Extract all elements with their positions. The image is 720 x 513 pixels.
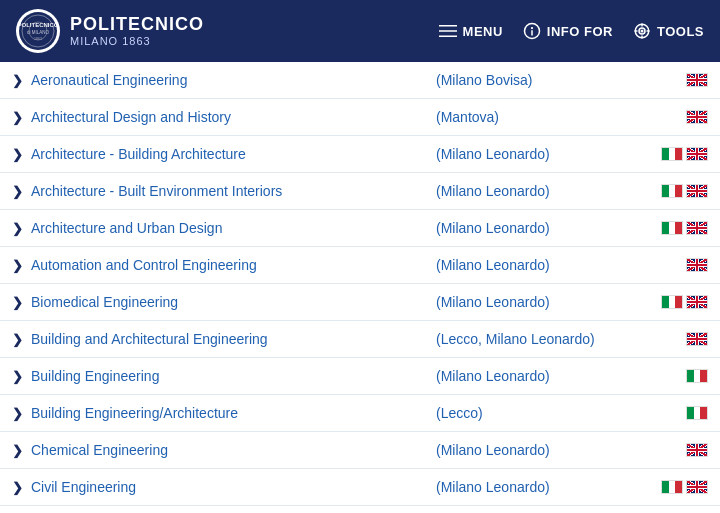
course-flags — [656, 295, 708, 309]
course-location: (Milano Leonardo) — [436, 183, 656, 199]
svg-text:POLITECNICO: POLITECNICO — [18, 22, 58, 28]
course-flags — [656, 73, 708, 87]
table-row[interactable]: ❯Automation and Control Engineering(Mila… — [0, 247, 720, 284]
italian-flag-icon — [686, 369, 708, 383]
uk-flag-icon — [686, 258, 708, 272]
uk-flag-icon — [686, 443, 708, 457]
course-name: Architecture - Building Architecture — [31, 146, 436, 162]
svg-point-10 — [531, 27, 533, 29]
course-flags — [656, 184, 708, 198]
course-name: Aeronautical Engineering — [31, 72, 436, 88]
svg-rect-15 — [634, 30, 637, 32]
svg-rect-8 — [439, 36, 457, 38]
course-flags — [656, 406, 708, 420]
table-row[interactable]: ❯Aeronautical Engineering(Milano Bovisa) — [0, 62, 720, 99]
course-location: (Milano Leonardo) — [436, 294, 656, 310]
course-name: Building Engineering/Architecture — [31, 405, 436, 421]
header: POLITECNICO di MILANO 1863 POLITECNICO M… — [0, 0, 720, 62]
table-row[interactable]: ❯Architecture - Built Environment Interi… — [0, 173, 720, 210]
course-location: (Milano Leonardo) — [436, 368, 656, 384]
chevron-right-icon: ❯ — [12, 480, 23, 495]
table-row[interactable]: ❯Building Engineering/Architecture(Lecco… — [0, 395, 720, 432]
course-location: (Milano Bovisa) — [436, 72, 656, 88]
logo-emblem: POLITECNICO di MILANO 1863 — [16, 9, 60, 53]
table-row[interactable]: ❯Building and Architectural Engineering(… — [0, 321, 720, 358]
info-nav-item[interactable]: INFO FOR — [523, 22, 613, 40]
tools-label: TOOLS — [657, 24, 704, 39]
table-row[interactable]: ❯Building Engineering(Milano Leonardo) — [0, 358, 720, 395]
table-row[interactable]: ❯Architectural Design and History(Mantov… — [0, 99, 720, 136]
course-location: (Lecco) — [436, 405, 656, 421]
logo-area: POLITECNICO di MILANO 1863 POLITECNICO M… — [16, 9, 439, 53]
table-row[interactable]: ❯Architecture and Urban Design(Milano Le… — [0, 210, 720, 247]
logo-title: POLITECNICO — [70, 15, 204, 35]
course-location: (Milano Leonardo) — [436, 146, 656, 162]
svg-rect-6 — [439, 25, 457, 27]
uk-flag-icon — [686, 110, 708, 124]
course-location: (Milano Leonardo) — [436, 220, 656, 236]
italian-flag-icon — [661, 147, 683, 161]
table-row[interactable]: ❯Chemical Engineering(Milano Leonardo) — [0, 432, 720, 469]
table-row[interactable]: ❯Civil Engineering for Risk Mitigation(L… — [0, 506, 720, 513]
svg-text:di MILANO: di MILANO — [27, 30, 50, 35]
course-flags — [656, 258, 708, 272]
course-location: (Lecco, Milano Leonardo) — [436, 331, 656, 347]
tools-icon — [633, 22, 651, 40]
chevron-right-icon: ❯ — [12, 184, 23, 199]
chevron-right-icon: ❯ — [12, 110, 23, 125]
course-name: Architecture and Urban Design — [31, 220, 436, 236]
italian-flag-icon — [661, 184, 683, 198]
italian-flag-icon — [661, 480, 683, 494]
uk-flag-icon — [686, 480, 708, 494]
svg-rect-13 — [641, 24, 643, 27]
course-name: Building Engineering — [31, 368, 436, 384]
course-location: (Milano Leonardo) — [436, 257, 656, 273]
chevron-right-icon: ❯ — [12, 332, 23, 347]
course-name: Biomedical Engineering — [31, 294, 436, 310]
svg-rect-16 — [646, 30, 649, 32]
logo-text: POLITECNICO MILANO 1863 — [70, 15, 204, 47]
italian-flag-icon — [686, 406, 708, 420]
course-flags — [656, 147, 708, 161]
uk-flag-icon — [686, 221, 708, 235]
courses-table: ❯Aeronautical Engineering(Milano Bovisa)… — [0, 62, 720, 513]
chevron-right-icon: ❯ — [12, 295, 23, 310]
course-name: Automation and Control Engineering — [31, 257, 436, 273]
course-name: Civil Engineering — [31, 479, 436, 495]
chevron-right-icon: ❯ — [12, 147, 23, 162]
menu-label: MENU — [463, 24, 503, 39]
info-label: INFO FOR — [547, 24, 613, 39]
svg-rect-14 — [641, 36, 643, 39]
course-flags — [656, 443, 708, 457]
svg-rect-7 — [439, 30, 457, 32]
uk-flag-icon — [686, 184, 708, 198]
course-name: Building and Architectural Engineering — [31, 331, 436, 347]
uk-flag-icon — [686, 147, 708, 161]
svg-rect-11 — [531, 30, 533, 35]
course-flags — [656, 332, 708, 346]
logo-subtitle: MILANO 1863 — [70, 35, 204, 47]
chevron-right-icon: ❯ — [12, 443, 23, 458]
uk-flag-icon — [686, 332, 708, 346]
course-location: (Milano Leonardo) — [436, 479, 656, 495]
course-flags — [656, 369, 708, 383]
course-flags — [656, 480, 708, 494]
svg-text:1863: 1863 — [34, 37, 42, 41]
uk-flag-icon — [686, 295, 708, 309]
chevron-right-icon: ❯ — [12, 369, 23, 384]
table-row[interactable]: ❯Civil Engineering(Milano Leonardo) — [0, 469, 720, 506]
chevron-right-icon: ❯ — [12, 258, 23, 273]
course-location: (Mantova) — [436, 109, 656, 125]
table-row[interactable]: ❯Architecture - Building Architecture(Mi… — [0, 136, 720, 173]
uk-flag-icon — [686, 73, 708, 87]
table-row[interactable]: ❯Biomedical Engineering(Milano Leonardo) — [0, 284, 720, 321]
menu-icon — [439, 22, 457, 40]
nav-items: MENU INFO FOR TOOLS — [439, 22, 704, 40]
course-location: (Milano Leonardo) — [436, 442, 656, 458]
menu-nav-item[interactable]: MENU — [439, 22, 503, 40]
course-name: Chemical Engineering — [31, 442, 436, 458]
tools-nav-item[interactable]: TOOLS — [633, 22, 704, 40]
chevron-right-icon: ❯ — [12, 73, 23, 88]
course-name: Architectural Design and History — [31, 109, 436, 125]
italian-flag-icon — [661, 295, 683, 309]
